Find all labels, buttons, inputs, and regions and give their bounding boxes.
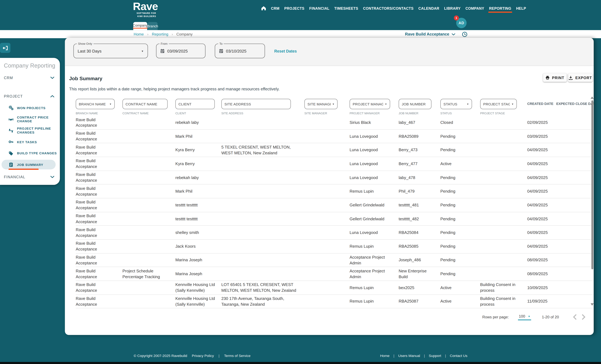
column-project-manager: PROJECT MANAGER▼PROJECT MANAGER [350, 99, 399, 115]
filter-select-branch-name[interactable]: BRANCH NAME▼ [76, 99, 115, 109]
nav-item-crm[interactable]: CRM [271, 6, 279, 10]
table-row[interactable]: Rave Build AcceptanceMark PhilRemus Lupi… [76, 184, 593, 198]
nav-item-company[interactable]: COMPANY [465, 6, 484, 10]
sidebar-item-won-projects[interactable]: WON PROJECTS [0, 102, 60, 114]
column-caption: CONTRACT NAME [122, 112, 175, 115]
table-row[interactable]: Rave Build AcceptanceJack KoorsRemus Lup… [76, 239, 593, 253]
nav-item-timesheets[interactable]: TIMESHEETS [334, 6, 358, 10]
nav-item-financial[interactable]: FINANCIAL [309, 6, 330, 10]
notification-badge[interactable]: 1 [454, 16, 459, 20]
tab-company[interactable]: Company [133, 22, 147, 30]
footer-link-terms-of-service[interactable]: Terms of Service [224, 354, 250, 358]
cell-contract-name [122, 245, 175, 247]
nav-item-projects[interactable]: PROJECTS [284, 6, 304, 10]
cell-expected-close-date [556, 300, 593, 302]
cell-branch-name: Rave Build Acceptance [76, 198, 122, 212]
company-selector-dropdown[interactable]: Rave Build Acceptance [405, 32, 455, 36]
filter-input-client[interactable]: CLIENT [175, 99, 215, 109]
reset-dates-link[interactable]: Reset Dates [274, 49, 297, 53]
cell-contract-name [122, 231, 175, 233]
cell-project-manager: Remus Lupin [350, 297, 399, 305]
scrollbar-down-arrow[interactable] [591, 303, 594, 306]
table-row[interactable]: Rave Build Acceptancerebekah labySirius … [76, 116, 593, 129]
table-row[interactable]: Rave Build AcceptanceKennville Housing L… [76, 281, 593, 295]
footer-link-users-manual[interactable]: Users Manual [398, 354, 420, 358]
dropdown-arrow-icon: ▼ [465, 103, 469, 105]
home-icon[interactable] [261, 6, 266, 10]
cell-client: testttt testtttt [175, 201, 221, 209]
filter-input-contract-name[interactable]: CONTRACT NAME [122, 99, 168, 109]
table-row[interactable]: Rave Build AcceptanceProject Schedule Pe… [76, 267, 593, 281]
sidebar-section-crm[interactable]: CRM [0, 74, 60, 81]
cell-job-number: Berry_473 [399, 146, 441, 154]
cell-status: Pending [441, 256, 480, 264]
scrollbar-thumb[interactable] [591, 100, 593, 269]
column-header-created-date[interactable]: CREATED DATE [527, 102, 556, 106]
sidebar-section-project[interactable]: PROJECT [0, 93, 60, 99]
nav-item-contractors-contacts[interactable]: CONTRACTORS/CONTACTS [363, 6, 413, 10]
breadcrumb-home[interactable]: Home [134, 32, 144, 36]
from-date-field[interactable]: From 03/09/2025 [156, 44, 206, 58]
export-button[interactable]: EXPORT [568, 73, 592, 82]
sidebar-item-project-pipeline-changes[interactable]: PROJECT PIPELINE CHANGES [0, 125, 60, 136]
nav-item-help[interactable]: HELP [516, 6, 526, 10]
filter-select-status[interactable]: STATUS▼ [441, 99, 472, 109]
filter-label: BRANCH NAME [79, 102, 106, 106]
sidebar-item-job-summary[interactable]: JOB SUMMARY [0, 159, 60, 171]
table-row[interactable]: Rave Build Acceptancetestttt testttttGel… [76, 212, 593, 226]
print-button[interactable]: PRINT [543, 73, 567, 82]
rows-per-page-label: Rows per page: [482, 315, 509, 319]
chevron-up-icon [50, 95, 54, 97]
filter-select-site-manager[interactable]: SITE MANAGER▼ [304, 99, 338, 109]
table-row[interactable]: Rave Build Acceptancetestttt testttttGel… [76, 198, 593, 212]
to-date-field[interactable]: To 03/10/2025 [215, 44, 265, 58]
filter-select-project-manager[interactable]: PROJECT MANAGER▼ [350, 99, 390, 109]
cell-project-stage [480, 245, 527, 247]
footer-link-support[interactable]: Support [429, 354, 441, 358]
table-row[interactable]: Rave Build AcceptanceKennville Housing L… [76, 295, 593, 308]
tab-branch[interactable]: Branch [148, 22, 158, 30]
footer-link-home[interactable]: Home [380, 354, 390, 358]
sidebar-collapse-button[interactable] [0, 43, 10, 53]
rows-per-page-select[interactable]: 100 ▼ [518, 313, 531, 320]
footer-link-privacy-policy[interactable]: Privacy Policy [192, 354, 214, 358]
cell-job-number: RBA25085 [399, 242, 441, 250]
table-row[interactable]: Rave Build AcceptanceMarina JosephAccept… [76, 253, 593, 267]
cell-status: Active [441, 297, 480, 305]
sidebar-item-contract-price-change[interactable]: CONTRACT PRICE CHANGE [0, 114, 60, 125]
show-only-label: Show Only [77, 42, 93, 46]
table-row[interactable]: Rave Build AcceptanceKyra Berry5 TEXEL C… [76, 143, 593, 157]
scrollbar-up-arrow[interactable] [591, 96, 594, 99]
show-only-select[interactable]: Show Only Last 30 Days ▼ [73, 44, 148, 58]
cell-created-date: 11/09/2025 [527, 297, 556, 305]
key-icon [9, 139, 13, 144]
cell-site-address [221, 177, 304, 178]
previous-page-button[interactable] [571, 314, 579, 320]
cell-site-manager [304, 273, 350, 275]
sidebar-section-financial[interactable]: FINANCIAL [0, 174, 60, 180]
table-row[interactable]: Rave Build AcceptanceKyra BerryLuna Love… [76, 157, 593, 171]
next-page-button[interactable] [579, 314, 588, 320]
footer-link-contact-us[interactable]: Contact Us [450, 354, 467, 358]
nav-item-calendar[interactable]: CALENDAR [418, 6, 439, 10]
filter-input-site-address[interactable]: SITE ADDRESS [221, 99, 291, 109]
cell-client: Jack Koors [175, 242, 221, 250]
filter-select-project-stage[interactable]: PROJECT STAGE▼ [480, 99, 517, 109]
table-row[interactable]: Rave Build Acceptanceshelley smithLuna L… [76, 226, 593, 239]
report-title: Job Summary [69, 76, 102, 81]
column-header-expected-close-date[interactable]: EXPECTED CLOSE DATE [556, 102, 593, 106]
nav-item-library[interactable]: LIBRARY [444, 6, 461, 10]
nav-item-reporting[interactable]: REPORTING [489, 6, 511, 10]
cell-contract-name [122, 218, 175, 220]
rave-logo[interactable]: Rave SOFTWARE FOR KIWI BUILDERS [133, 1, 156, 18]
column-created-date: CREATED DATE [527, 99, 556, 115]
table-row[interactable]: Rave Build AcceptanceMark PhilLuna Loveg… [76, 129, 593, 143]
sidebar-item-build-type-changes[interactable]: BUILD TYPE CHANGES [0, 148, 60, 159]
history-clock-button[interactable] [462, 31, 468, 37]
cell-project-stage: Building Consent in process [480, 281, 527, 294]
breadcrumb-reporting[interactable]: Reporting [152, 32, 168, 36]
table-row[interactable]: Rave Build Acceptancerebekah labyLuna Lo… [76, 171, 593, 184]
filter-input-job-number[interactable]: JOB NUMBER [399, 99, 431, 109]
gears-icon [9, 105, 13, 110]
sidebar-item-key-tasks[interactable]: KEY TASKS [0, 136, 60, 148]
